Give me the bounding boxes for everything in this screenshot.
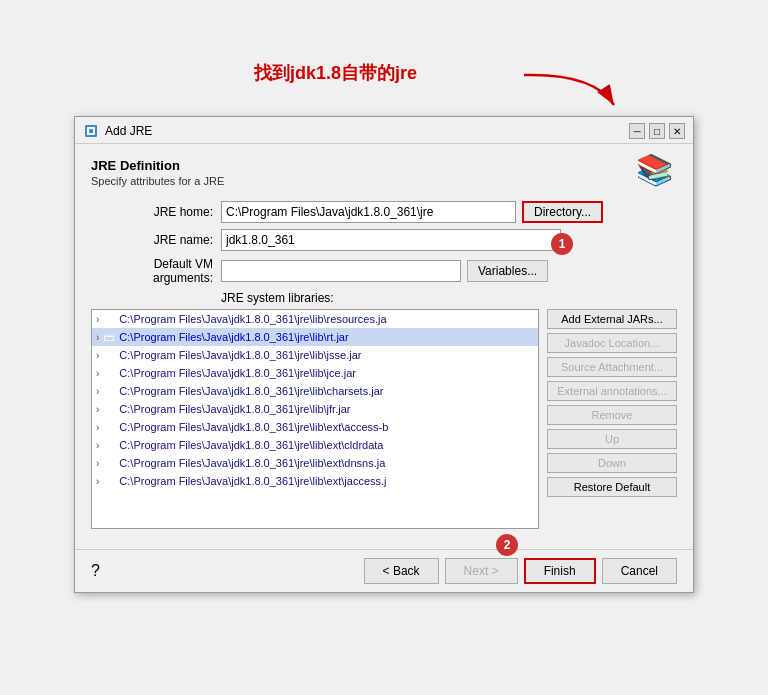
list-item[interactable]: ›🗃C:\Program Files\Java\jdk1.8.0_361\jre…: [92, 328, 538, 346]
external-annotations--button: External annotations...: [547, 381, 677, 401]
minimize-button[interactable]: ─: [629, 123, 645, 139]
jar-icon: 🗃: [101, 438, 115, 452]
section-title: JRE Definition: [91, 158, 677, 173]
list-item[interactable]: ›🗃C:\Program Files\Java\jdk1.8.0_361\jre…: [92, 472, 538, 490]
jar-icon: 🗃: [101, 330, 115, 344]
list-item[interactable]: ›🗃C:\Program Files\Java\jdk1.8.0_361\jre…: [92, 454, 538, 472]
vm-args-input[interactable]: [221, 260, 461, 282]
libraries-section: ›🗃C:\Program Files\Java\jdk1.8.0_361\jre…: [91, 309, 677, 529]
directory-button[interactable]: Directory...: [522, 201, 603, 223]
footer-button-group: < Back Next > Finish Cancel: [364, 558, 677, 584]
library-action-buttons: Add External JARs...Javadoc Location...S…: [547, 309, 677, 529]
remove-button: Remove: [547, 405, 677, 425]
cancel-button[interactable]: Cancel: [602, 558, 677, 584]
expand-arrow-icon: ›: [96, 476, 99, 487]
dialog-footer: ? < Back Next > Finish Cancel: [75, 549, 693, 592]
jre-home-input[interactable]: [221, 201, 516, 223]
maximize-button[interactable]: □: [649, 123, 665, 139]
expand-arrow-icon: ›: [96, 422, 99, 433]
jar-icon: 🗃: [101, 384, 115, 398]
expand-arrow-icon: ›: [96, 332, 99, 343]
help-button[interactable]: ?: [91, 562, 100, 580]
close-button[interactable]: ✕: [669, 123, 685, 139]
add-external-jars--button[interactable]: Add External JARs...: [547, 309, 677, 329]
finish-button[interactable]: Finish: [524, 558, 596, 584]
add-jre-dialog: Add JRE ─ □ ✕ 📚 JRE Definition Specify a…: [74, 116, 694, 593]
up-button: Up: [547, 429, 677, 449]
list-item[interactable]: ›🗃C:\Program Files\Java\jdk1.8.0_361\jre…: [92, 382, 538, 400]
list-item[interactable]: ›🗃C:\Program Files\Java\jdk1.8.0_361\jre…: [92, 418, 538, 436]
next-button[interactable]: Next >: [445, 558, 518, 584]
annotation-arrow: [514, 65, 634, 120]
books-decoration-icon: 📚: [636, 152, 673, 187]
expand-arrow-icon: ›: [96, 404, 99, 415]
jar-icon: 🗃: [101, 420, 115, 434]
window-controls: ─ □ ✕: [629, 123, 685, 139]
list-item[interactable]: ›🗃C:\Program Files\Java\jdk1.8.0_361\jre…: [92, 400, 538, 418]
window-icon: [83, 123, 99, 139]
list-item[interactable]: ›🗃C:\Program Files\Java\jdk1.8.0_361\jre…: [92, 346, 538, 364]
jar-icon: 🗃: [101, 402, 115, 416]
down-button: Down: [547, 453, 677, 473]
expand-arrow-icon: ›: [96, 350, 99, 361]
jre-name-label: JRE name:: [91, 233, 221, 247]
vm-args-label: Default VM arguments:: [91, 257, 221, 285]
libraries-label: JRE system libraries:: [221, 291, 677, 305]
list-item[interactable]: ›🗃C:\Program Files\Java\jdk1.8.0_361\jre…: [92, 436, 538, 454]
expand-arrow-icon: ›: [96, 314, 99, 325]
jar-icon: 🗃: [101, 366, 115, 380]
expand-arrow-icon: ›: [96, 386, 99, 397]
jre-home-label: JRE home:: [91, 205, 221, 219]
list-item[interactable]: ›🗃C:\Program Files\Java\jdk1.8.0_361\jre…: [92, 364, 538, 382]
chinese-annotation: 找到jdk1.8自带的jre: [254, 61, 417, 85]
jar-icon: 🗃: [101, 456, 115, 470]
jre-name-row: JRE name:: [91, 229, 677, 251]
svg-rect-3: [89, 129, 93, 133]
back-button[interactable]: < Back: [364, 558, 439, 584]
window-title: Add JRE: [105, 124, 152, 138]
libraries-list-container: ›🗃C:\Program Files\Java\jdk1.8.0_361\jre…: [91, 309, 539, 529]
vm-args-row: Default VM arguments: Variables...: [91, 257, 677, 285]
libraries-list[interactable]: ›🗃C:\Program Files\Java\jdk1.8.0_361\jre…: [92, 310, 538, 528]
expand-arrow-icon: ›: [96, 440, 99, 451]
expand-arrow-icon: ›: [96, 368, 99, 379]
jar-icon: 🗃: [101, 474, 115, 488]
jar-icon: 🗃: [101, 348, 115, 362]
expand-arrow-icon: ›: [96, 458, 99, 469]
jre-name-input[interactable]: [221, 229, 561, 251]
section-subtitle: Specify attributes for a JRE: [91, 175, 677, 187]
jre-home-row: JRE home: Directory...: [91, 201, 677, 223]
title-bar: Add JRE ─ □ ✕: [75, 117, 693, 144]
dialog-content: JRE Definition Specify attributes for a …: [75, 144, 693, 549]
jar-icon: 🗃: [101, 312, 115, 326]
variables-button[interactable]: Variables...: [467, 260, 548, 282]
source-attachment--button: Source Attachment...: [547, 357, 677, 377]
list-item[interactable]: ›🗃C:\Program Files\Java\jdk1.8.0_361\jre…: [92, 310, 538, 328]
restore-default-button[interactable]: Restore Default: [547, 477, 677, 497]
javadoc-location--button: Javadoc Location...: [547, 333, 677, 353]
